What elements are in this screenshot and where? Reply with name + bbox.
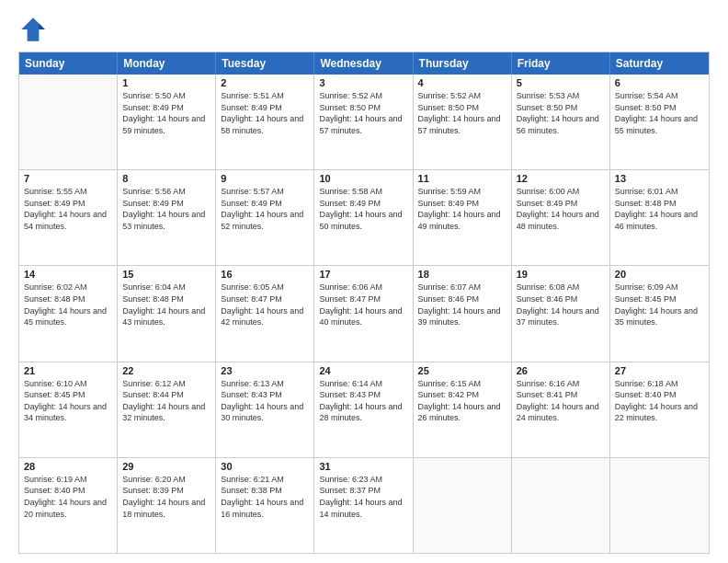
day-info: Sunrise: 6:04 AM Sunset: 8:48 PM Dayligh… [122, 282, 210, 327]
day-number: 1 [122, 77, 210, 88]
calendar-cell: 23Sunrise: 6:13 AM Sunset: 8:43 PM Dayli… [216, 362, 314, 457]
day-info: Sunrise: 6:19 AM Sunset: 8:40 PM Dayligh… [24, 474, 112, 520]
day-info: Sunrise: 6:10 AM Sunset: 8:45 PM Dayligh… [24, 378, 112, 424]
calendar-cell: 9Sunrise: 5:57 AM Sunset: 8:49 PM Daylig… [216, 170, 314, 265]
day-number: 23 [221, 365, 309, 376]
day-number: 13 [615, 173, 704, 184]
day-number: 16 [221, 269, 309, 280]
calendar-cell [610, 458, 709, 553]
day-info: Sunrise: 5:51 AM Sunset: 8:49 PM Dayligh… [221, 90, 309, 136]
calendar-cell: 6Sunrise: 5:54 AM Sunset: 8:50 PM Daylig… [610, 75, 709, 169]
calendar-week-row: 14Sunrise: 6:02 AM Sunset: 8:48 PM Dayli… [19, 265, 709, 361]
day-number: 27 [615, 365, 704, 376]
day-info: Sunrise: 6:00 AM Sunset: 8:49 PM Dayligh… [517, 186, 605, 232]
calendar-cell: 13Sunrise: 6:01 AM Sunset: 8:48 PM Dayli… [610, 170, 709, 265]
day-of-week-header: Thursday [414, 52, 512, 75]
day-number: 9 [221, 173, 309, 184]
day-info: Sunrise: 5:56 AM Sunset: 8:49 PM Dayligh… [122, 186, 210, 232]
day-info: Sunrise: 6:01 AM Sunset: 8:48 PM Dayligh… [615, 186, 704, 232]
calendar-cell: 18Sunrise: 6:07 AM Sunset: 8:46 PM Dayli… [414, 266, 512, 361]
day-number: 31 [319, 461, 407, 472]
day-number: 12 [517, 173, 605, 184]
day-number: 3 [319, 77, 407, 88]
day-number: 15 [122, 269, 210, 280]
day-info: Sunrise: 6:07 AM Sunset: 8:46 PM Dayligh… [418, 282, 506, 327]
day-info: Sunrise: 5:54 AM Sunset: 8:50 PM Dayligh… [615, 90, 704, 136]
calendar-header: SundayMondayTuesdayWednesdayThursdayFrid… [19, 52, 709, 75]
calendar-cell: 12Sunrise: 6:00 AM Sunset: 8:49 PM Dayli… [512, 170, 610, 265]
day-info: Sunrise: 6:13 AM Sunset: 8:43 PM Dayligh… [221, 378, 309, 424]
day-info: Sunrise: 6:12 AM Sunset: 8:44 PM Dayligh… [122, 378, 210, 424]
day-info: Sunrise: 6:14 AM Sunset: 8:43 PM Dayligh… [319, 378, 407, 424]
day-number: 11 [418, 173, 506, 184]
day-of-week-header: Saturday [610, 52, 709, 75]
calendar-cell: 19Sunrise: 6:08 AM Sunset: 8:46 PM Dayli… [512, 266, 610, 361]
day-info: Sunrise: 5:55 AM Sunset: 8:49 PM Dayligh… [24, 186, 112, 232]
calendar-cell [512, 458, 610, 553]
day-info: Sunrise: 5:50 AM Sunset: 8:49 PM Dayligh… [122, 90, 210, 136]
day-info: Sunrise: 6:21 AM Sunset: 8:38 PM Dayligh… [221, 474, 309, 520]
day-of-week-header: Friday [512, 52, 610, 75]
calendar-week-row: 21Sunrise: 6:10 AM Sunset: 8:45 PM Dayli… [19, 362, 709, 457]
day-number: 4 [418, 77, 506, 88]
day-number: 24 [319, 365, 407, 376]
day-number: 8 [122, 173, 210, 184]
calendar: SundayMondayTuesdayWednesdayThursdayFrid… [18, 52, 710, 554]
calendar-cell: 26Sunrise: 6:16 AM Sunset: 8:41 PM Dayli… [512, 362, 610, 457]
calendar-cell: 14Sunrise: 6:02 AM Sunset: 8:48 PM Dayli… [19, 266, 118, 361]
logo [18, 15, 51, 44]
calendar-cell [19, 75, 118, 169]
day-number: 7 [24, 173, 112, 184]
calendar-page: SundayMondayTuesdayWednesdayThursdayFrid… [0, 0, 728, 563]
day-number: 6 [615, 77, 704, 88]
day-of-week-header: Sunday [19, 52, 118, 75]
calendar-cell: 21Sunrise: 6:10 AM Sunset: 8:45 PM Dayli… [19, 362, 118, 457]
calendar-cell: 11Sunrise: 5:59 AM Sunset: 8:49 PM Dayli… [414, 170, 512, 265]
calendar-cell: 31Sunrise: 6:23 AM Sunset: 8:37 PM Dayli… [314, 458, 413, 553]
calendar-cell: 5Sunrise: 5:53 AM Sunset: 8:50 PM Daylig… [512, 75, 610, 169]
day-info: Sunrise: 6:18 AM Sunset: 8:40 PM Dayligh… [615, 378, 704, 424]
calendar-cell: 30Sunrise: 6:21 AM Sunset: 8:38 PM Dayli… [216, 458, 314, 553]
day-number: 5 [517, 77, 605, 88]
svg-marker-1 [39, 24, 44, 29]
day-info: Sunrise: 6:16 AM Sunset: 8:41 PM Dayligh… [517, 378, 605, 424]
day-info: Sunrise: 6:05 AM Sunset: 8:47 PM Dayligh… [221, 282, 309, 327]
calendar-cell: 20Sunrise: 6:09 AM Sunset: 8:45 PM Dayli… [610, 266, 709, 361]
day-number: 14 [24, 269, 112, 280]
day-number: 21 [24, 365, 112, 376]
day-info: Sunrise: 6:08 AM Sunset: 8:46 PM Dayligh… [517, 282, 605, 327]
calendar-cell: 22Sunrise: 6:12 AM Sunset: 8:44 PM Dayli… [118, 362, 216, 457]
page-header [18, 15, 710, 44]
calendar-cell: 28Sunrise: 6:19 AM Sunset: 8:40 PM Dayli… [19, 458, 118, 553]
day-info: Sunrise: 6:02 AM Sunset: 8:48 PM Dayligh… [24, 282, 112, 327]
day-number: 18 [418, 269, 506, 280]
day-info: Sunrise: 5:52 AM Sunset: 8:50 PM Dayligh… [319, 90, 407, 136]
calendar-cell: 15Sunrise: 6:04 AM Sunset: 8:48 PM Dayli… [118, 266, 216, 361]
day-number: 10 [319, 173, 407, 184]
calendar-cell: 24Sunrise: 6:14 AM Sunset: 8:43 PM Dayli… [314, 362, 413, 457]
calendar-cell: 10Sunrise: 5:58 AM Sunset: 8:49 PM Dayli… [314, 170, 413, 265]
day-info: Sunrise: 6:09 AM Sunset: 8:45 PM Dayligh… [615, 282, 704, 327]
day-info: Sunrise: 6:20 AM Sunset: 8:39 PM Dayligh… [122, 474, 210, 520]
calendar-cell: 4Sunrise: 5:52 AM Sunset: 8:50 PM Daylig… [414, 75, 512, 169]
day-info: Sunrise: 5:52 AM Sunset: 8:50 PM Dayligh… [418, 90, 506, 136]
day-info: Sunrise: 5:58 AM Sunset: 8:49 PM Dayligh… [319, 186, 407, 232]
day-of-week-header: Wednesday [314, 52, 413, 75]
calendar-week-row: 7Sunrise: 5:55 AM Sunset: 8:49 PM Daylig… [19, 169, 709, 265]
calendar-cell: 17Sunrise: 6:06 AM Sunset: 8:47 PM Dayli… [314, 266, 413, 361]
calendar-cell [414, 458, 512, 553]
day-info: Sunrise: 6:15 AM Sunset: 8:42 PM Dayligh… [418, 378, 506, 424]
calendar-cell: 8Sunrise: 5:56 AM Sunset: 8:49 PM Daylig… [118, 170, 216, 265]
calendar-week-row: 28Sunrise: 6:19 AM Sunset: 8:40 PM Dayli… [19, 457, 709, 553]
calendar-cell: 16Sunrise: 6:05 AM Sunset: 8:47 PM Dayli… [216, 266, 314, 361]
day-number: 19 [517, 269, 605, 280]
calendar-cell: 27Sunrise: 6:18 AM Sunset: 8:40 PM Dayli… [610, 362, 709, 457]
day-info: Sunrise: 5:57 AM Sunset: 8:49 PM Dayligh… [221, 186, 309, 232]
calendar-cell: 7Sunrise: 5:55 AM Sunset: 8:49 PM Daylig… [19, 170, 118, 265]
day-number: 2 [221, 77, 309, 88]
day-info: Sunrise: 6:06 AM Sunset: 8:47 PM Dayligh… [319, 282, 407, 327]
calendar-cell: 25Sunrise: 6:15 AM Sunset: 8:42 PM Dayli… [414, 362, 512, 457]
day-of-week-header: Tuesday [216, 52, 314, 75]
day-number: 22 [122, 365, 210, 376]
calendar-cell: 3Sunrise: 5:52 AM Sunset: 8:50 PM Daylig… [314, 75, 413, 169]
